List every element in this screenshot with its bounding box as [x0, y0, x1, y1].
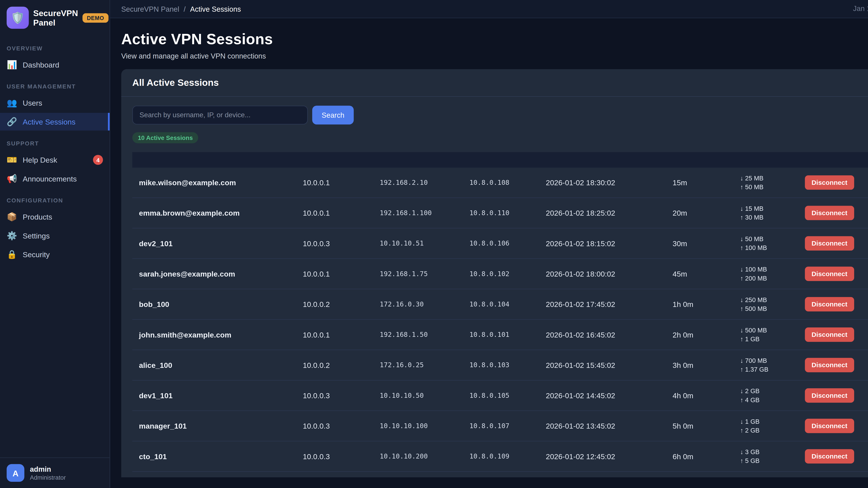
cell-actions: Disconnect [798, 236, 868, 250]
card-header: All Active Sessions [121, 69, 868, 97]
sidebar-item[interactable]: 👥 Users [0, 94, 110, 111]
cell-traffic: ↓ 500 MB ↑ 1 GB [734, 326, 798, 344]
disconnect-button[interactable]: Disconnect [805, 327, 854, 342]
breadcrumb-root[interactable]: SecureVPN Panel [121, 5, 179, 13]
sidebar-item[interactable]: 🔗 Active Sessions [0, 113, 110, 130]
page-subtitle: View and manage all active VPN connectio… [121, 52, 868, 60]
cell-client-ip: 10.10.10.200 [373, 452, 463, 460]
traffic-download: ↓ 2 GB [740, 387, 792, 395]
cell-connected: 2026-01-02 18:00:02 [539, 270, 666, 278]
cell-duration: 6h 0m [666, 452, 734, 460]
cell-username: bob_100 [132, 300, 296, 308]
upload-arrow-icon: ↑ [740, 184, 743, 190]
disconnect-button[interactable]: Disconnect [805, 449, 854, 463]
active-sessions-count-badge: 10 Active Sessions [132, 132, 198, 143]
user-info: admin Administrator [30, 465, 66, 481]
cell-duration: 30m [666, 239, 734, 248]
current-user-box[interactable]: A admin Administrator [0, 457, 110, 488]
cell-vpn-server: 10.0.0.3 [296, 239, 373, 248]
cell-duration: 45m [666, 270, 734, 278]
sidebar-item-icon: 👥 [7, 98, 17, 108]
disconnect-button[interactable]: Disconnect [805, 388, 854, 403]
sidebar-item-label: Announcements [23, 174, 76, 183]
traffic-download: ↓ 15 MB [740, 204, 792, 213]
cell-traffic: ↓ 15 MB ↑ 30 MB [734, 204, 798, 222]
traffic-upload: ↑ 2 GB [740, 426, 792, 435]
section-label: CONFIGURATION [7, 197, 103, 203]
traffic-download: ↓ 25 MB [740, 173, 792, 183]
download-arrow-icon: ↓ [740, 297, 743, 303]
download-arrow-icon: ↓ [740, 175, 743, 181]
sidebar-item[interactable]: 📢 Announcements [0, 170, 110, 188]
cell-actions: Disconnect [798, 206, 868, 220]
card-body: Search 10 Active Sessions mike.wilson@ex… [121, 97, 868, 478]
upload-value: 4 GB [745, 397, 760, 403]
cell-traffic: ↓ 3 GB ↑ 5 GB [734, 448, 798, 465]
cell-duration: 2h 0m [666, 330, 734, 339]
disconnect-button[interactable]: Disconnect [805, 236, 854, 250]
cell-traffic: ↓ 700 MB ↑ 1.37 GB [734, 356, 798, 374]
traffic-download: ↓ 700 MB [740, 356, 792, 365]
disconnect-button[interactable]: Disconnect [805, 358, 854, 372]
disconnect-button[interactable]: Disconnect [805, 175, 854, 190]
upload-value: 2 GB [745, 427, 760, 434]
cell-username: cto_101 [132, 452, 296, 460]
section-items: 🎫 Help Desk 4 📢 Announcements [0, 151, 110, 188]
table-row: bob_100 10.0.0.2 172.16.0.30 10.8.0.104 … [132, 289, 868, 320]
sidebar-item-icon: 📦 [7, 212, 17, 222]
cell-connected: 2026-01-02 18:15:02 [539, 239, 666, 248]
cell-connected: 2026-01-02 15:45:02 [539, 361, 666, 369]
download-arrow-icon: ↓ [740, 388, 743, 394]
cell-vpn-server: 10.0.0.3 [296, 452, 373, 460]
sidebar-item[interactable]: 📦 Products [0, 208, 110, 226]
section-label: SUPPORT [7, 140, 103, 147]
cell-actions: Disconnect [798, 449, 868, 463]
user-name: admin [30, 465, 66, 474]
cell-traffic: ↓ 100 MB ↑ 200 MB [734, 265, 798, 283]
sidebar: 🛡️ SecureVPN Panel DEMO OVERVIEW 📊 Dashb… [0, 0, 110, 488]
sidebar-section-configuration: CONFIGURATION 📦 Products ⚙️ Settings 🔒 [0, 197, 110, 263]
cell-client-ip: 172.16.0.30 [373, 300, 463, 308]
app-title: SecureVPN Panel [33, 8, 78, 27]
sidebar-item[interactable]: 🎫 Help Desk 4 [0, 151, 110, 168]
upload-value: 50 MB [745, 184, 764, 190]
sidebar-item[interactable]: 📊 Dashboard [0, 56, 110, 73]
traffic-download: ↓ 50 MB [740, 234, 792, 243]
cell-actions: Disconnect [798, 267, 868, 281]
cell-connected: 2026-01-02 18:30:02 [539, 178, 666, 187]
disconnect-button[interactable]: Disconnect [805, 419, 854, 433]
sidebar-item-label: Settings [23, 231, 50, 240]
cell-client-ip: 192.168.1.75 [373, 270, 463, 278]
traffic-upload: ↑ 50 MB [740, 183, 792, 191]
disconnect-button[interactable]: Disconnect [805, 267, 854, 281]
download-value: 500 MB [745, 327, 767, 333]
notification-count-badge: 4 [93, 155, 103, 165]
cell-actions: Disconnect [798, 327, 868, 342]
cell-client-ip: 172.16.0.25 [373, 361, 463, 369]
cell-username: sarah.jones@example.com [132, 270, 296, 278]
disconnect-button[interactable]: Disconnect [805, 297, 854, 311]
table-row: sarah.jones@example.com 10.0.0.1 192.168… [132, 259, 868, 289]
sidebar-item[interactable]: ⚙️ Settings [0, 227, 110, 245]
app-window: 🛡️ SecureVPN Panel DEMO OVERVIEW 📊 Dashb… [0, 0, 868, 488]
section-items: 📊 Dashboard [0, 56, 110, 73]
section-label: OVERVIEW [7, 45, 103, 52]
demo-badge: DEMO [82, 13, 108, 23]
upload-arrow-icon: ↑ [740, 305, 743, 312]
search-input[interactable] [132, 106, 308, 124]
cell-vpn-server: 10.0.0.2 [296, 361, 373, 369]
cell-actions: Disconnect [798, 388, 868, 403]
disconnect-button[interactable]: Disconnect [805, 206, 854, 220]
sidebar-item[interactable]: 🔒 Security [0, 246, 110, 263]
cell-client-ip: 10.10.10.50 [373, 392, 463, 399]
upload-arrow-icon: ↑ [740, 427, 743, 434]
table-row: dev1_101 10.0.0.3 10.10.10.50 10.8.0.105… [132, 381, 868, 411]
breadcrumb-separator: / [184, 5, 186, 13]
search-row: Search [132, 106, 868, 124]
section-items: 📦 Products ⚙️ Settings 🔒 Security [0, 208, 110, 263]
search-button[interactable]: Search [312, 106, 354, 124]
cell-assigned-ip: 10.8.0.102 [463, 270, 539, 278]
sidebar-item-icon: 🔗 [7, 117, 17, 127]
cell-actions: Disconnect [798, 297, 868, 311]
cell-duration: 4h 0m [666, 391, 734, 400]
